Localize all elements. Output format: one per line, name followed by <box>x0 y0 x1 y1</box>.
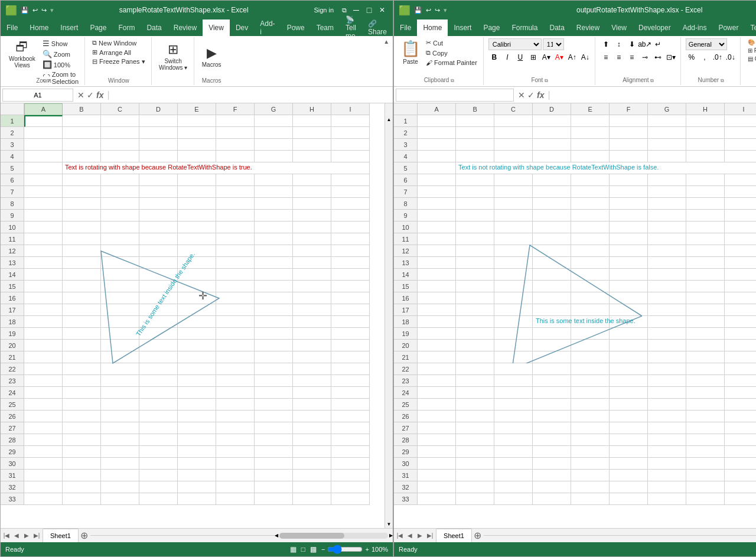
tab-power-left[interactable]: Powe <box>281 19 311 36</box>
cell-D1-left[interactable] <box>139 115 178 127</box>
h-scroll-right-btn[interactable]: ▶ <box>389 533 393 538</box>
scroll-track-left[interactable] <box>385 123 393 520</box>
close-btn-left[interactable]: ✕ <box>376 4 388 16</box>
align-middle-btn[interactable]: ↕ <box>613 38 625 50</box>
merge-btn[interactable]: ⊡▾ <box>665 51 677 63</box>
customize-icon-left[interactable]: ▾ <box>50 6 54 14</box>
restore-icon-left[interactable]: ⧉ <box>342 6 347 14</box>
tab-review-left[interactable]: Review <box>168 19 203 36</box>
tab-tellme-left[interactable]: 📡 Tell me <box>340 19 362 36</box>
cell-styles-btn[interactable]: ▤ Cell Styles ▾ <box>745 55 756 63</box>
switch-windows-btn[interactable]: ⊞ SwitchWindows ▾ <box>157 41 190 72</box>
tab-next-right[interactable]: ▶ <box>415 531 425 540</box>
tab-view-left[interactable]: View <box>203 19 230 36</box>
align-top-btn[interactable]: ⬆ <box>600 38 612 50</box>
right-cells-area[interactable]: Text is not rotating with shape because … <box>418 115 756 528</box>
align-center-btn[interactable]: ≡ <box>613 51 625 63</box>
redo-icon-left[interactable]: ↪ <box>41 6 47 14</box>
tab-prev-left[interactable]: ◀ <box>12 531 21 540</box>
left-cells-area[interactable]: Text is rotating with shape because Rota… <box>24 115 384 528</box>
decrease-font-btn[interactable]: A↓ <box>579 51 591 63</box>
cell-A2-left[interactable] <box>24 127 63 139</box>
macros-btn[interactable]: ▶ Macros <box>200 44 224 69</box>
tab-last-right[interactable]: ▶| <box>425 531 435 540</box>
tab-team-right[interactable]: Team <box>744 19 756 36</box>
h-scrollbar-left[interactable]: ◀ ▶ <box>275 529 393 543</box>
confirm-icon-left[interactable]: ✓ <box>87 90 94 100</box>
percent-btn[interactable]: % <box>686 51 698 63</box>
minimize-btn-left[interactable]: ─ <box>350 4 362 16</box>
tab-page-left[interactable]: Page <box>84 19 112 36</box>
zoom-slider-left[interactable] <box>327 545 363 554</box>
number-format-select[interactable]: General <box>686 38 727 50</box>
tab-insert-right[interactable]: Insert <box>448 19 477 36</box>
cut-btn[interactable]: ✂ Cut <box>423 38 480 47</box>
tab-insert-left[interactable]: Insert <box>54 19 84 36</box>
save-icon-left[interactable]: 💾 <box>21 6 29 14</box>
add-sheet-right[interactable]: ⊕ <box>472 530 484 542</box>
fill-color-btn[interactable]: A▾ <box>540 51 552 63</box>
left-scrollbar[interactable]: ▲ ▼ <box>384 115 393 528</box>
conditional-formatting-btn[interactable]: 🎨 Conditional Formatting ▾ <box>745 38 756 46</box>
sign-in-left[interactable]: Sign in <box>314 6 334 14</box>
tab-addins-left[interactable]: Add-i <box>254 19 281 36</box>
h-scroll-left-btn[interactable]: ◀ <box>275 533 278 538</box>
tab-first-left[interactable]: |◀ <box>2 531 11 540</box>
cell-G1-left[interactable] <box>255 115 293 127</box>
tab-data-left[interactable]: Data <box>141 19 167 36</box>
customize-icon-right[interactable]: ▾ <box>444 6 447 14</box>
undo-icon-right[interactable]: ↩ <box>426 6 431 14</box>
show-btn[interactable]: ☰ Show <box>40 38 81 48</box>
align-left-btn[interactable]: ≡ <box>600 51 612 63</box>
cell-A1-left[interactable] <box>24 115 63 127</box>
tab-form-left[interactable]: Form <box>112 19 141 36</box>
font-name-select[interactable]: Calibri <box>488 38 542 50</box>
normal-view-icon-left[interactable]: ▦ <box>290 545 296 553</box>
tab-power-right[interactable]: Power <box>712 19 744 36</box>
add-sheet-left[interactable]: ⊕ <box>79 530 90 542</box>
tab-page-right[interactable]: Page <box>477 19 506 36</box>
ribbon-collapse-left[interactable]: ▲ <box>382 37 390 85</box>
new-window-btn[interactable]: ⧉ New Window <box>90 38 139 47</box>
sheet-tab-1-left[interactable]: Sheet1 <box>43 529 79 543</box>
tab-team-left[interactable]: Team <box>311 19 340 36</box>
wrap-text-btn[interactable]: ↵ <box>652 38 664 50</box>
bold-btn[interactable]: B <box>488 51 500 63</box>
fx-icon-left[interactable]: fx <box>96 90 103 100</box>
tab-last-left[interactable]: ▶| <box>32 531 41 540</box>
increase-decimal-btn[interactable]: .0↑ <box>712 51 724 63</box>
tab-developer-right[interactable]: Developer <box>633 19 677 36</box>
indent-right-btn[interactable]: ⊷ <box>652 51 664 63</box>
h-scroll-track-left[interactable] <box>279 533 388 539</box>
tab-data-right[interactable]: Data <box>543 19 570 36</box>
underline-btn[interactable]: U <box>514 51 526 63</box>
format-painter-btn[interactable]: 🖌 Format Painter <box>423 58 480 67</box>
page-layout-icon-left[interactable]: □ <box>301 545 305 553</box>
cell-F1-left[interactable] <box>216 115 255 127</box>
cell-C1-left[interactable] <box>101 115 139 127</box>
redo-icon-right[interactable]: ↪ <box>435 6 440 14</box>
align-right-btn[interactable]: ≡ <box>626 51 638 63</box>
tab-home-left[interactable]: Home <box>24 19 54 36</box>
save-icon-right[interactable]: 💾 <box>414 6 422 14</box>
right-name-box[interactable] <box>396 89 514 102</box>
zoom-btn[interactable]: 🔍 Zoom <box>40 49 81 59</box>
orient-btn[interactable]: ab↗ <box>639 38 651 50</box>
tab-share-left[interactable]: 🔗 Share <box>362 19 393 36</box>
h-scroll-thumb-left[interactable] <box>279 533 344 539</box>
tab-file-right[interactable]: File <box>394 19 417 36</box>
left-formula-input[interactable] <box>111 92 393 99</box>
scroll-up-left[interactable]: ▲ <box>385 115 393 123</box>
indent-left-btn[interactable]: ⊸ <box>639 51 651 63</box>
italic-btn[interactable]: I <box>501 51 513 63</box>
cell-H1-left[interactable] <box>293 115 331 127</box>
cell-E1-left[interactable] <box>178 115 216 127</box>
decrease-decimal-btn[interactable]: .0↓ <box>725 51 737 63</box>
tab-developer-left[interactable]: Dev <box>230 19 254 36</box>
cancel-icon-right[interactable]: ✕ <box>518 90 525 100</box>
sheet-tab-1-right[interactable]: Sheet1 <box>436 529 472 543</box>
workbook-views-btn[interactable]: 🗗 WorkbookViews <box>6 38 38 70</box>
page-break-icon-left[interactable]: ▩ <box>310 545 317 553</box>
cell-B1-left[interactable] <box>63 115 101 127</box>
tab-file-left[interactable]: File <box>1 19 24 36</box>
